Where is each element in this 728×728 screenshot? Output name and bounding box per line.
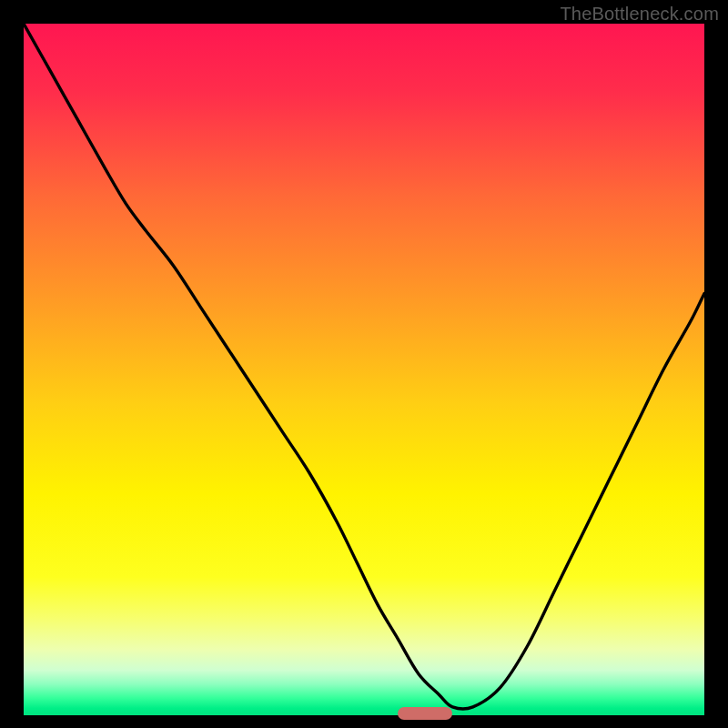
gradient-background — [24, 24, 704, 715]
bottleneck-chart — [24, 24, 704, 715]
optimal-range-marker — [398, 707, 452, 720]
chart-frame: TheBottleneck.com — [0, 0, 728, 728]
watermark-text: TheBottleneck.com — [560, 4, 719, 25]
